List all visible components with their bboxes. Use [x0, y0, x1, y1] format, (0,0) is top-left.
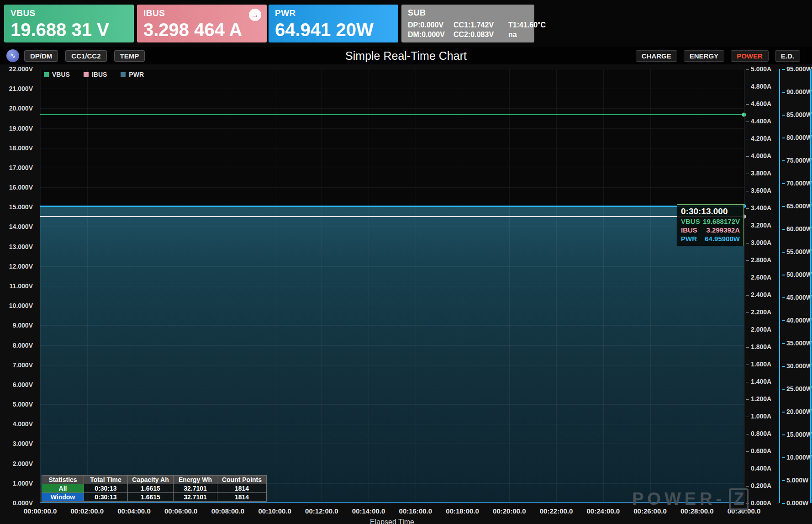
header-bar: VBUS 19.688 31 V IBUS → 3.298 464 A PWR …: [0, 0, 812, 47]
power-tick-label: 45.000W: [782, 294, 812, 301]
voltage-tick-label: 11.000V: [0, 282, 33, 290]
x-tick-label: 00:20:00.0: [493, 507, 526, 515]
vbus-card-label: VBUS: [11, 8, 127, 18]
power-tick-label: 10.000W: [782, 454, 812, 461]
voltage-tick-label: 17.000V: [0, 164, 33, 171]
legend-label: IBUS: [92, 71, 107, 78]
current-tick-label: 1.000A: [746, 413, 771, 420]
tab-cc1-cc2[interactable]: CC1/CC2: [65, 50, 106, 62]
legend-item-ibus[interactable]: IBUS: [84, 71, 107, 78]
stats-row-toggle-all[interactable]: All: [42, 484, 84, 493]
axis-power: 95.000W90.000W85.000W80.000W75.000W70.00…: [782, 69, 812, 503]
voltage-tick-label: 6.000V: [0, 381, 33, 388]
power-tick-label: 85.000W: [782, 111, 812, 118]
current-tick-label: 4.200A: [746, 135, 771, 142]
current-axis-line: [744, 69, 744, 503]
voltage-tick-label: 19.000V: [0, 125, 33, 132]
legend-label: VBUS: [52, 71, 70, 78]
legend-item-vbus[interactable]: VBUS: [44, 71, 70, 78]
tab-power[interactable]: POWER: [731, 50, 769, 62]
current-tick-label: 0.800A: [746, 430, 771, 437]
tooltip-row-ibus: IBUS3.299392A: [681, 226, 740, 235]
tab-dp-dm[interactable]: DP/DM: [24, 50, 58, 62]
current-tick-label: 1.600A: [746, 360, 771, 368]
current-tick-label: 0.000A: [746, 499, 771, 507]
power-tick-label: 0.000W: [782, 499, 808, 507]
current-tick-label: 3.800A: [746, 169, 771, 177]
power-tick-label: 40.000W: [782, 317, 812, 324]
current-tick-label: 4.000A: [746, 152, 771, 159]
current-tick-label: 1.800A: [746, 343, 771, 350]
tab-charge[interactable]: CHARGE: [636, 50, 677, 62]
sub-na-value: na: [508, 31, 546, 39]
pwr-line: [40, 206, 744, 207]
power-axis-line: [779, 69, 780, 503]
voltage-tick-label: 1.000V: [0, 480, 33, 487]
stats-row-toggle-window[interactable]: Window: [42, 493, 84, 502]
tab-temp[interactable]: TEMP: [114, 50, 145, 62]
voltage-tick-label: 9.000V: [0, 322, 33, 329]
pwr-card-value: 64.941 20W: [275, 21, 392, 39]
power-tick-label: 80.000W: [782, 134, 812, 141]
power-tick-label: 15.000W: [782, 431, 812, 438]
axis-voltage: 22.000V21.000V20.000V19.000V18.000V17.00…: [0, 69, 37, 503]
x-tick-label: 00:12:00.0: [305, 507, 338, 515]
plot-area[interactable]: [40, 69, 744, 503]
voltage-tick-label: 22.000V: [0, 65, 33, 73]
stats-header-cell: Total Time: [84, 476, 128, 484]
voltage-tick-label: 5.000V: [0, 401, 33, 408]
sub-values: DP:0.000V CC1:1.742V T1:41.60°C DM:0.000…: [408, 21, 528, 39]
power-tick-label: 55.000W: [782, 248, 812, 255]
current-tick-label: 2.800A: [746, 256, 771, 264]
vbus-card-value: 19.688 31 V: [11, 21, 127, 39]
stats-header-row: StatisticsTotal TimeCapacity AhEnergy Wh…: [42, 476, 267, 484]
x-tick-label: 00:06:00.0: [164, 507, 198, 515]
power-tick-label: 5.000W: [782, 476, 808, 484]
power-z-watermark: POWER- Z: [632, 488, 749, 510]
axis-current: 5.000A4.800A4.600A4.400A4.200A4.000A3.80…: [746, 69, 779, 503]
current-tick-label: 1.400A: [746, 378, 771, 385]
stats-cell: 1.6615: [128, 493, 174, 502]
voltage-tick-label: 14.000V: [0, 223, 33, 230]
stats-header-cell: Capacity Ah: [128, 476, 174, 484]
chart-legend: VBUSIBUSPWR: [44, 71, 144, 78]
legend-swatch: [44, 72, 49, 77]
x-axis-title: Elapsed Time: [40, 518, 744, 524]
current-tick-label: 0.600A: [746, 447, 771, 455]
wave-app-icon[interactable]: ∿: [6, 49, 19, 62]
pwr-card: PWR 64.941 20W: [269, 5, 398, 42]
stats-row-window: Window0:30:131.661532.71011814: [42, 493, 267, 502]
series-layer: [40, 69, 744, 503]
current-tick-label: 2.400A: [746, 291, 771, 298]
voltage-tick-label: 0.000V: [0, 499, 33, 507]
tab-energy[interactable]: ENERGY: [684, 50, 724, 62]
current-tick-label: 4.600A: [746, 100, 771, 107]
stats-cell: 32.7101: [174, 484, 217, 493]
ibus-card: IBUS → 3.298 464 A: [137, 5, 267, 42]
tab-e-d[interactable]: E.D.: [775, 50, 800, 62]
voltage-tick-label: 10.000V: [0, 302, 33, 309]
sub-card-label: SUB: [408, 8, 528, 18]
arrow-right-icon[interactable]: →: [249, 9, 261, 21]
legend-label: PWR: [129, 71, 144, 78]
ibus-card-label: IBUS: [143, 8, 260, 18]
vbus-line: [40, 114, 744, 115]
left-tabs: DP/DMCC1/CC2TEMP: [24, 47, 145, 64]
sub-card: SUB DP:0.000V CC1:1.742V T1:41.60°C DM:0…: [401, 5, 534, 42]
tooltip-row-vbus: VBUS19.688172V: [681, 217, 740, 226]
current-tick-label: 2.000A: [746, 326, 771, 333]
current-tick-label: 0.200A: [746, 482, 771, 489]
voltage-tick-label: 2.000V: [0, 460, 33, 467]
x-tick-label: 00:18:00.0: [446, 507, 479, 515]
x-tick-label: 00:04:00.0: [117, 507, 151, 515]
voltage-tick-label: 8.000V: [0, 342, 33, 349]
sub-t1-value: T1:41.60°C: [508, 21, 546, 29]
x-tick-label: 00:24:00.0: [587, 507, 620, 515]
sub-cc1-value: CC1:1.742V: [453, 21, 505, 29]
power-tick-label: 65.000W: [782, 202, 812, 210]
legend-item-pwr[interactable]: PWR: [121, 71, 144, 78]
ibus-card-value: 3.298 464 A: [143, 21, 260, 39]
chart-tooltip: 0:30:13.000 VBUS19.688172VIBUS3.299392AP…: [677, 204, 744, 246]
current-tick-label: 4.800A: [746, 83, 771, 90]
voltage-tick-label: 21.000V: [0, 85, 33, 92]
